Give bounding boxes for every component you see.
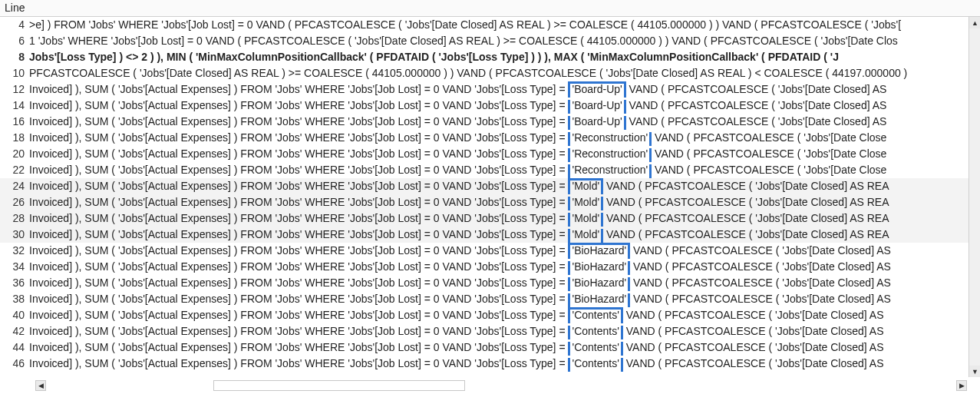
code-pre: Invoiced] ), SUM ( 'Jobs'[Actual Expense… bbox=[29, 228, 568, 240]
code-post: VAND ( PFCASTCOALESCE ( 'Jobs'[Date Clos… bbox=[603, 196, 889, 208]
line-number: 42 bbox=[0, 323, 29, 339]
code-text: Invoiced] ), SUM ( 'Jobs'[Actual Expense… bbox=[29, 130, 968, 146]
code-row[interactable]: 32Invoiced] ), SUM ( 'Jobs'[Actual Expen… bbox=[0, 243, 968, 259]
code-text: Invoiced] ), SUM ( 'Jobs'[Actual Expense… bbox=[29, 291, 968, 307]
code-row[interactable]: 4>e] ) FROM 'Jobs' WHERE 'Jobs'[Job Lost… bbox=[0, 17, 968, 33]
code-row[interactable]: 18Invoiced] ), SUM ( 'Jobs'[Actual Expen… bbox=[0, 130, 968, 146]
code-row[interactable]: 10PFCASTCOALESCE ( 'Jobs'[Date Closed] A… bbox=[0, 65, 968, 81]
highlight-box: 'Reconstruction' bbox=[568, 132, 652, 146]
code-text: Invoiced] ), SUM ( 'Jobs'[Actual Expense… bbox=[29, 275, 968, 291]
line-number: 4 bbox=[0, 17, 29, 33]
code-row[interactable]: 40Invoiced] ), SUM ( 'Jobs'[Actual Expen… bbox=[0, 307, 968, 323]
code-row[interactable]: 16Invoiced] ), SUM ( 'Jobs'[Actual Expen… bbox=[0, 114, 968, 130]
code-row[interactable]: 8Jobs'[Loss Type] ) <> 2 ) ), MIN ( 'Min… bbox=[0, 49, 968, 65]
line-number: 8 bbox=[0, 49, 29, 65]
line-number: 14 bbox=[0, 98, 29, 114]
code-row[interactable]: 12Invoiced] ), SUM ( 'Jobs'[Actual Expen… bbox=[0, 81, 968, 98]
highlight-box: 'Board-Up' bbox=[568, 116, 625, 130]
highlight-box: 'Board-Up' bbox=[568, 100, 625, 114]
code-pre: Invoiced] ), SUM ( 'Jobs'[Actual Expense… bbox=[29, 180, 568, 192]
highlight-box: 'Mold' bbox=[568, 197, 603, 210]
highlight-box: 'Mold' bbox=[568, 178, 603, 194]
code-pre: Invoiced] ), SUM ( 'Jobs'[Actual Expense… bbox=[29, 115, 568, 127]
code-row[interactable]: 22Invoiced] ), SUM ( 'Jobs'[Actual Expen… bbox=[0, 162, 968, 178]
code-row[interactable]: 34Invoiced] ), SUM ( 'Jobs'[Actual Expen… bbox=[0, 259, 968, 275]
scroll-left-button[interactable]: ◀ bbox=[35, 380, 46, 391]
code-pre: Invoiced] ), SUM ( 'Jobs'[Actual Expense… bbox=[29, 309, 568, 321]
code-row[interactable]: 42Invoiced] ), SUM ( 'Jobs'[Actual Expen… bbox=[0, 323, 968, 339]
code-post: VAND ( PFCASTCOALESCE ( 'Jobs'[Date Clos… bbox=[623, 309, 884, 321]
code-row[interactable]: 26Invoiced] ), SUM ( 'Jobs'[Actual Expen… bbox=[0, 194, 968, 210]
scroll-input-slot[interactable] bbox=[213, 380, 465, 391]
code-pre: Invoiced] ), SUM ( 'Jobs'[Actual Expense… bbox=[29, 164, 568, 176]
code-row[interactable]: 20Invoiced] ), SUM ( 'Jobs'[Actual Expen… bbox=[0, 146, 968, 162]
code-text: Invoiced] ), SUM ( 'Jobs'[Actual Expense… bbox=[29, 81, 968, 98]
code-post: VAND ( PFCASTCOALESCE ( 'Jobs'[Date Clos… bbox=[630, 276, 891, 289]
code-row[interactable]: 30Invoiced] ), SUM ( 'Jobs'[Actual Expen… bbox=[0, 227, 968, 243]
scroll-right-button[interactable]: ▶ bbox=[956, 380, 967, 391]
code-post: VAND ( PFCASTCOALESCE ( 'Jobs'[Date Clos… bbox=[623, 357, 884, 369]
code-pre: Invoiced] ), SUM ( 'Jobs'[Actual Expense… bbox=[29, 357, 568, 369]
code-text: Invoiced] ), SUM ( 'Jobs'[Actual Expense… bbox=[29, 323, 968, 339]
code-pre: Invoiced] ), SUM ( 'Jobs'[Actual Expense… bbox=[29, 341, 568, 353]
code-row[interactable]: 24Invoiced] ), SUM ( 'Jobs'[Actual Expen… bbox=[0, 178, 968, 194]
code-pre: >e] ) FROM 'Jobs' WHERE 'Jobs'[Job Lost]… bbox=[29, 18, 901, 31]
code-text: Invoiced] ), SUM ( 'Jobs'[Actual Expense… bbox=[29, 339, 968, 356]
code-row[interactable]: 28Invoiced] ), SUM ( 'Jobs'[Actual Expen… bbox=[0, 210, 968, 227]
code-text: Invoiced] ), SUM ( 'Jobs'[Actual Expense… bbox=[29, 259, 968, 275]
code-post: VAND ( PFCASTCOALESCE ( 'Jobs'[Date Clos… bbox=[623, 325, 884, 337]
highlight-box: 'BioHazard' bbox=[568, 261, 630, 275]
code-pre: Invoiced] ), SUM ( 'Jobs'[Actual Expense… bbox=[29, 244, 568, 257]
highlight-box: 'Reconstruction' bbox=[568, 148, 652, 162]
code-text: Invoiced] ), SUM ( 'Jobs'[Actual Expense… bbox=[29, 162, 968, 178]
code-post: VAND ( PFCASTCOALESCE ( 'Jobs'[Date Clos… bbox=[603, 212, 889, 224]
scroll-down-button[interactable]: ▼ bbox=[969, 366, 980, 377]
code-text: Invoiced] ), SUM ( 'Jobs'[Actual Expense… bbox=[29, 356, 968, 372]
code-text: Invoiced] ), SUM ( 'Jobs'[Actual Expense… bbox=[29, 227, 968, 243]
code-post: VAND ( PFCASTCOALESCE ( 'Jobs'[Date Clos… bbox=[630, 260, 891, 273]
line-number: 10 bbox=[0, 65, 29, 81]
code-row[interactable]: 44Invoiced] ), SUM ( 'Jobs'[Actual Expen… bbox=[0, 339, 968, 356]
code-row[interactable]: 46Invoiced] ), SUM ( 'Jobs'[Actual Expen… bbox=[0, 356, 968, 372]
code-row[interactable]: 61 'Jobs' WHERE 'Jobs'[Job Lost] = 0 VAN… bbox=[0, 33, 968, 49]
code-row[interactable]: 36Invoiced] ), SUM ( 'Jobs'[Actual Expen… bbox=[0, 275, 968, 291]
code-grid[interactable]: 4>e] ) FROM 'Jobs' WHERE 'Jobs'[Job Lost… bbox=[0, 17, 968, 377]
line-number: 18 bbox=[0, 130, 29, 146]
code-post: VAND ( PFCASTCOALESCE ( 'Jobs'[Date Clos… bbox=[623, 341, 884, 353]
code-text: PFCASTCOALESCE ( 'Jobs'[Date Closed] AS … bbox=[29, 65, 968, 81]
code-post: VAND ( PFCASTCOALESCE ( 'Jobs'[Date Clos… bbox=[626, 83, 887, 95]
code-pre: Invoiced] ), SUM ( 'Jobs'[Actual Expense… bbox=[29, 276, 568, 289]
code-pre: Invoiced] ), SUM ( 'Jobs'[Actual Expense… bbox=[29, 325, 568, 337]
code-post: VAND ( PFCASTCOALESCE ( 'Jobs'[Date Clos… bbox=[626, 115, 887, 127]
scroll-up-button[interactable]: ▲ bbox=[969, 17, 980, 28]
code-pre: 1 'Jobs' WHERE 'Jobs'[Job Lost] = 0 VAND… bbox=[29, 35, 898, 47]
code-text: >e] ) FROM 'Jobs' WHERE 'Jobs'[Job Lost]… bbox=[29, 17, 968, 33]
highlight-box: 'Contents' bbox=[568, 342, 622, 356]
highlight-box: 'Contents' bbox=[568, 358, 622, 372]
code-pre: Invoiced] ), SUM ( 'Jobs'[Actual Expense… bbox=[29, 212, 568, 224]
code-text: Invoiced] ), SUM ( 'Jobs'[Actual Expense… bbox=[29, 194, 968, 210]
code-post: VAND ( PFCASTCOALESCE ( 'Jobs'[Date Clos… bbox=[630, 244, 891, 257]
line-number: 30 bbox=[0, 227, 29, 243]
line-number: 34 bbox=[0, 259, 29, 275]
code-row[interactable]: 38Invoiced] ), SUM ( 'Jobs'[Actual Expen… bbox=[0, 291, 968, 307]
highlight-box: 'Contents' bbox=[568, 326, 622, 339]
code-text: Invoiced] ), SUM ( 'Jobs'[Actual Expense… bbox=[29, 243, 968, 259]
vertical-scrollbar[interactable]: ▲ ▼ bbox=[968, 17, 980, 377]
highlight-box: 'Reconstruction' bbox=[568, 164, 652, 178]
highlight-box: 'Mold' bbox=[568, 229, 603, 243]
code-post: VAND ( PFCASTCOALESCE ( 'Jobs'[Date Clos… bbox=[652, 164, 886, 176]
line-number: 28 bbox=[0, 210, 29, 227]
line-number: 24 bbox=[0, 178, 29, 194]
code-pre: Invoiced] ), SUM ( 'Jobs'[Actual Expense… bbox=[29, 131, 568, 144]
highlight-box: 'BioHazard' bbox=[568, 277, 630, 291]
code-pre: Jobs'[Loss Type] ) <> 2 ) ), MIN ( 'MinM… bbox=[29, 51, 839, 63]
highlight-box: 'BioHazard' bbox=[568, 293, 630, 307]
code-row[interactable]: 14Invoiced] ), SUM ( 'Jobs'[Actual Expen… bbox=[0, 98, 968, 114]
horizontal-scrollbar[interactable]: ◀ ▶ bbox=[0, 377, 968, 394]
code-post: VAND ( PFCASTCOALESCE ( 'Jobs'[Date Clos… bbox=[652, 147, 886, 160]
code-post: VAND ( PFCASTCOALESCE ( 'Jobs'[Date Clos… bbox=[603, 180, 889, 192]
line-number: 44 bbox=[0, 339, 29, 356]
line-number: 36 bbox=[0, 275, 29, 291]
code-text: Invoiced] ), SUM ( 'Jobs'[Actual Expense… bbox=[29, 178, 968, 194]
